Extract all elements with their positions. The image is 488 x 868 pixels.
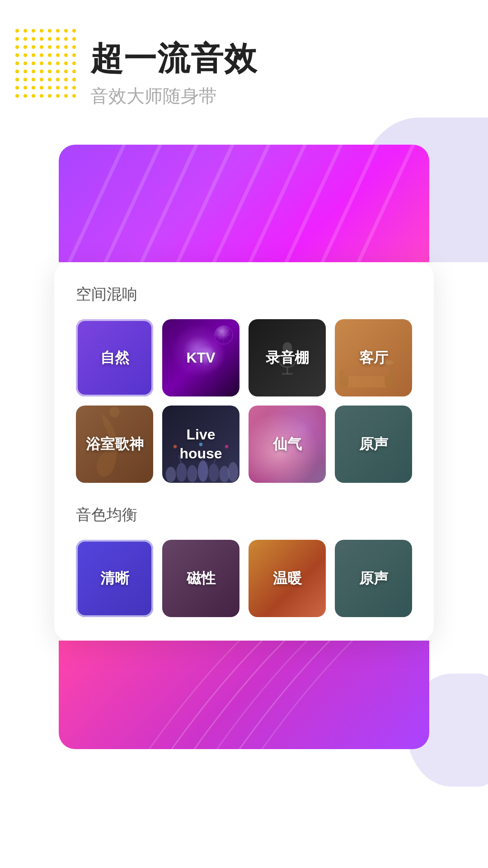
tile-label-bathroom: 浴室歌神	[86, 435, 144, 454]
effect-tile-original[interactable]: 原声	[335, 406, 412, 483]
effect-tile-original2[interactable]: 原声	[335, 540, 412, 617]
page-title: 超一流音效	[90, 41, 461, 76]
effect-tile-ktv[interactable]: KTV	[162, 319, 239, 396]
svg-point-20	[209, 463, 219, 481]
page-subtitle: 音效大师随身带	[90, 84, 461, 108]
equalizer-grid: 清晰 磁性 温暖 原声	[76, 540, 412, 617]
effect-tile-clear[interactable]: 清晰	[76, 540, 153, 617]
tile-label-livehouse: Live house	[179, 425, 222, 463]
svg-point-16	[166, 467, 176, 482]
bottom-decoration-card	[59, 641, 429, 749]
svg-point-19	[198, 460, 208, 482]
main-panel: 空间混响 自然	[54, 262, 434, 641]
reverb-section-label: 空间混响	[76, 284, 412, 305]
equalizer-section-label: 音色均衡	[76, 505, 412, 525]
tile-label-original2: 原声	[359, 569, 388, 588]
tile-label-fairy: 仙气	[273, 435, 302, 454]
tile-label-original: 原声	[359, 435, 388, 454]
svg-point-26	[174, 445, 177, 448]
svg-point-15	[109, 407, 120, 417]
svg-point-17	[176, 463, 187, 482]
effect-tile-magnetic[interactable]: 磁性	[162, 540, 239, 617]
header-section: 超一流音效 音效大师随身带	[0, 0, 488, 127]
tile-label-warm: 温暖	[273, 569, 302, 588]
effect-tile-livingroom[interactable]: 客厅	[335, 319, 412, 396]
tile-label-clear: 清晰	[100, 569, 129, 588]
bottom-card-stripes	[59, 641, 429, 749]
svg-point-22	[228, 462, 238, 482]
effect-tile-ziran[interactable]: 自然	[76, 319, 153, 396]
tile-label-studio: 录音棚	[266, 349, 309, 368]
effect-tile-studio[interactable]: 录音棚	[249, 319, 326, 396]
reverb-grid: 自然	[76, 319, 412, 483]
tile-label-livingroom: 客厅	[359, 349, 388, 368]
svg-rect-12	[344, 367, 389, 376]
tile-label-ziran: 自然	[100, 349, 129, 368]
svg-point-18	[187, 465, 197, 482]
tile-label-magnetic: 磁性	[187, 569, 216, 588]
top-card-stripes	[59, 145, 429, 262]
svg-point-28	[225, 445, 229, 448]
effect-tile-fairy[interactable]: 仙气	[249, 406, 326, 483]
tile-label-ktv: KTV	[187, 349, 216, 368]
effect-tile-bathroom[interactable]: 浴室歌神	[76, 406, 153, 483]
effect-tile-livehouse[interactable]: Live house	[162, 406, 239, 483]
top-decoration-card	[59, 145, 429, 262]
effect-tile-warm[interactable]: 温暖	[249, 540, 326, 617]
